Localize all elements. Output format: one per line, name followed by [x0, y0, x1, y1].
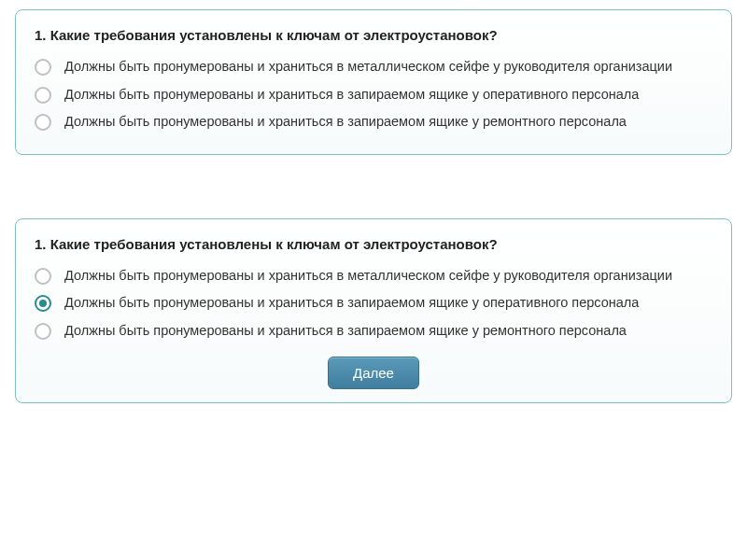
question-card-2: 1. Какие требования установлены к ключам… — [15, 218, 732, 404]
option-2[interactable]: Должны быть пронумерованы и храниться в … — [35, 294, 712, 313]
next-button[interactable]: Далее — [328, 357, 419, 389]
question-text: 1. Какие требования установлены к ключам… — [35, 27, 712, 43]
button-row: Далее — [35, 357, 712, 389]
option-label: Должны быть пронумерованы и храниться в … — [64, 58, 672, 77]
question-text: 1. Какие требования установлены к ключам… — [35, 236, 712, 252]
option-label: Должны быть пронумерованы и храниться в … — [64, 113, 627, 132]
option-label: Должны быть пронумерованы и храниться в … — [64, 86, 639, 105]
radio-icon — [35, 114, 51, 131]
radio-icon — [35, 323, 51, 340]
option-label: Должны быть пронумерованы и храниться в … — [64, 294, 639, 313]
option-1[interactable]: Должны быть пронумерованы и храниться в … — [35, 58, 712, 77]
option-3[interactable]: Должны быть пронумерованы и храниться в … — [35, 322, 712, 341]
option-3[interactable]: Должны быть пронумерованы и храниться в … — [35, 113, 712, 132]
radio-icon — [35, 295, 51, 312]
question-card-1: 1. Какие требования установлены к ключам… — [15, 9, 732, 155]
radio-icon — [35, 59, 51, 76]
radio-icon — [35, 268, 51, 285]
option-1[interactable]: Должны быть пронумерованы и храниться в … — [35, 267, 712, 286]
radio-icon — [35, 87, 51, 104]
option-label: Должны быть пронумерованы и храниться в … — [64, 267, 672, 286]
option-label: Должны быть пронумерованы и храниться в … — [64, 322, 627, 341]
option-2[interactable]: Должны быть пронумерованы и храниться в … — [35, 86, 712, 105]
